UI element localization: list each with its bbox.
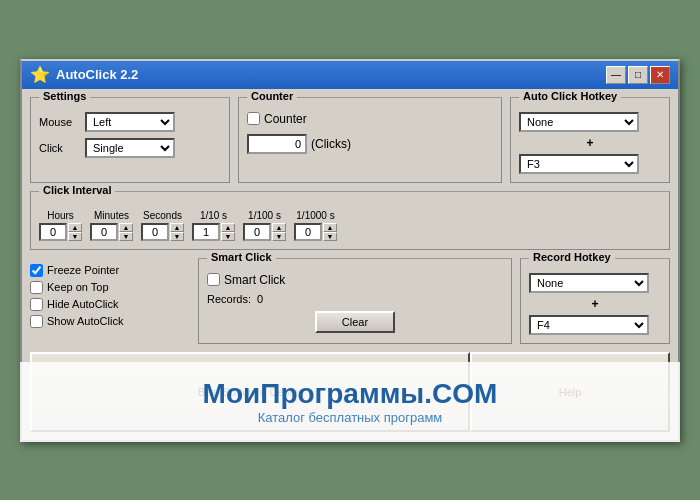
hours-input[interactable] — [39, 223, 67, 241]
click-row: Click Single Double — [39, 138, 221, 158]
hundredth-input[interactable] — [243, 223, 271, 241]
hundredth-down[interactable]: ▼ — [272, 232, 286, 241]
bottom-section: Freeze Pointer Keep on Top Hide AutoClic… — [30, 258, 670, 344]
click-label: Click — [39, 142, 79, 154]
minutes-label: Minutes — [94, 210, 129, 221]
interval-hundredth: 1/100 s ▲ ▼ — [243, 210, 286, 241]
counter-checkbox-label: Counter — [264, 112, 307, 126]
thousandth-spinner: ▲ ▼ — [294, 223, 337, 241]
auto-hotkey-bottom-select[interactable]: F3 F1 F2 F4 F5 — [519, 154, 639, 174]
counter-checkbox[interactable] — [247, 112, 260, 125]
show-label: Show AutoClick — [47, 315, 123, 327]
counter-title: Counter — [247, 90, 297, 102]
settings-panel: Settings Mouse Left Middle Right Click S… — [30, 97, 230, 183]
seconds-spinner: ▲ ▼ — [141, 223, 184, 241]
tenth-up[interactable]: ▲ — [221, 223, 235, 232]
interval-minutes: Minutes ▲ ▼ — [90, 210, 133, 241]
record-hotkey-top-select[interactable]: None Ctrl Alt Shift — [529, 273, 649, 293]
maximize-button[interactable]: □ — [628, 66, 648, 84]
mouse-label: Mouse — [39, 116, 79, 128]
auto-hotkey-plus: + — [519, 136, 661, 150]
minutes-input[interactable] — [90, 223, 118, 241]
hide-label: Hide AutoClick — [47, 298, 119, 310]
seconds-input[interactable] — [141, 223, 169, 241]
hundredth-label: 1/100 s — [248, 210, 281, 221]
thousandth-up[interactable]: ▲ — [323, 223, 337, 232]
smart-click-panel: Smart Click Smart Click Records: 0 Clear — [198, 258, 512, 344]
counter-input[interactable] — [247, 134, 307, 154]
counter-panel: Counter Counter (Clicks) — [238, 97, 502, 183]
interval-hours: Hours ▲ ▼ — [39, 210, 82, 241]
thousandth-down[interactable]: ▼ — [323, 232, 337, 241]
tenth-input[interactable] — [192, 223, 220, 241]
hide-row: Hide AutoClick — [30, 298, 190, 311]
freeze-label: Freeze Pointer — [47, 264, 119, 276]
hours-up[interactable]: ▲ — [68, 223, 82, 232]
auto-hotkey-panel: Auto Click Hotkey None Ctrl Alt Shift + … — [510, 97, 670, 183]
minutes-up[interactable]: ▲ — [119, 223, 133, 232]
seconds-spinner-btns: ▲ ▼ — [170, 223, 184, 241]
smart-click-checkbox-label: Smart Click — [224, 273, 285, 287]
show-row: Show AutoClick — [30, 315, 190, 328]
best-software-button[interactable]: Best Software Center — [30, 352, 470, 432]
window-body: Settings Mouse Left Middle Right Click S… — [22, 89, 678, 440]
checkboxes-panel: Freeze Pointer Keep on Top Hide AutoClic… — [30, 258, 190, 344]
help-button[interactable]: Help — [470, 352, 670, 432]
record-hotkey-title: Record Hotkey — [529, 251, 615, 263]
interval-title: Click Interval — [39, 184, 115, 196]
counter-unit: (Clicks) — [311, 137, 351, 151]
clear-button[interactable]: Clear — [315, 311, 395, 333]
seconds-label: Seconds — [143, 210, 182, 221]
hide-checkbox[interactable] — [30, 298, 43, 311]
interval-seconds: Seconds ▲ ▼ — [141, 210, 184, 241]
hours-spinner-btns: ▲ ▼ — [68, 223, 82, 241]
counter-check-row: Counter — [247, 112, 493, 126]
record-hotkey-panel: Record Hotkey None Ctrl Alt Shift + F4 F… — [520, 258, 670, 344]
hours-label: Hours — [47, 210, 74, 221]
minutes-spinner: ▲ ▼ — [90, 223, 133, 241]
freeze-row: Freeze Pointer — [30, 264, 190, 277]
keep-on-top-row: Keep on Top — [30, 281, 190, 294]
tenth-spinner: ▲ ▼ — [192, 223, 235, 241]
smart-click-title: Smart Click — [207, 251, 276, 263]
thousandth-label: 1/1000 s — [296, 210, 334, 221]
title-buttons: — □ ✕ — [606, 66, 670, 84]
thousandth-input[interactable] — [294, 223, 322, 241]
top-row: Settings Mouse Left Middle Right Click S… — [30, 97, 670, 183]
records-value: 0 — [257, 293, 263, 305]
hours-spinner: ▲ ▼ — [39, 223, 82, 241]
minimize-button[interactable]: — — [606, 66, 626, 84]
interval-row: Hours ▲ ▼ Minutes — [39, 210, 661, 241]
seconds-up[interactable]: ▲ — [170, 223, 184, 232]
keep-on-top-label: Keep on Top — [47, 281, 109, 293]
hundredth-up[interactable]: ▲ — [272, 223, 286, 232]
interval-panel: Click Interval Hours ▲ ▼ Minute — [30, 191, 670, 250]
close-button[interactable]: ✕ — [650, 66, 670, 84]
keep-on-top-checkbox[interactable] — [30, 281, 43, 294]
click-select[interactable]: Single Double — [85, 138, 175, 158]
auto-hotkey-top-select[interactable]: None Ctrl Alt Shift — [519, 112, 639, 132]
hundredth-spinner-btns: ▲ ▼ — [272, 223, 286, 241]
title-bar: ⭐ AutoClick 2.2 — □ ✕ — [22, 61, 678, 89]
tenth-down[interactable]: ▼ — [221, 232, 235, 241]
hundredth-spinner: ▲ ▼ — [243, 223, 286, 241]
thousandth-spinner-btns: ▲ ▼ — [323, 223, 337, 241]
show-checkbox[interactable] — [30, 315, 43, 328]
app-title: AutoClick 2.2 — [56, 67, 138, 82]
tenth-label: 1/10 s — [200, 210, 227, 221]
seconds-down[interactable]: ▼ — [170, 232, 184, 241]
mouse-select[interactable]: Left Middle Right — [85, 112, 175, 132]
smart-click-checkbox[interactable] — [207, 273, 220, 286]
record-hotkey-bottom-select[interactable]: F4 F1 F2 F3 F5 — [529, 315, 649, 335]
tenth-spinner-btns: ▲ ▼ — [221, 223, 235, 241]
records-label: Records: — [207, 293, 251, 305]
app-window: ⭐ AutoClick 2.2 — □ ✕ Settings Mouse — [20, 59, 680, 442]
minutes-spinner-btns: ▲ ▼ — [119, 223, 133, 241]
counter-value-row: (Clicks) — [247, 134, 493, 154]
record-hotkey-plus: + — [529, 297, 661, 311]
footer: Best Software Center Help — [30, 352, 670, 432]
interval-tenth: 1/10 s ▲ ▼ — [192, 210, 235, 241]
minutes-down[interactable]: ▼ — [119, 232, 133, 241]
freeze-checkbox[interactable] — [30, 264, 43, 277]
hours-down[interactable]: ▼ — [68, 232, 82, 241]
